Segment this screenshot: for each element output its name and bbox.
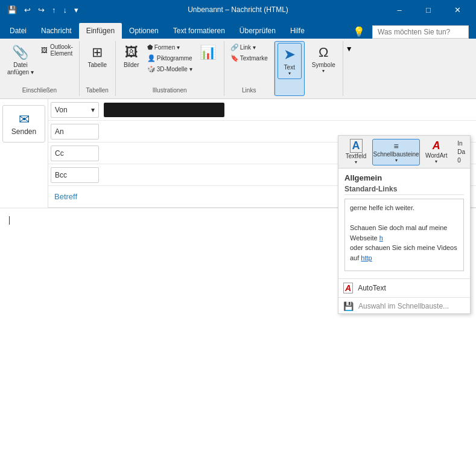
ribbon-group-einschliessen: 📎 Dateianfügen ▾ 🖼 Outlook-Element Einsc… [0,41,80,96]
move-down-btn[interactable]: ↓ [61,4,70,16]
ribbon-search-input[interactable] [372,25,469,39]
window-controls: – □ ✕ [386,0,471,19]
from-row: Von ▾ [48,99,476,121]
outlook-icon: 🖼 [41,46,48,54]
send-icon: ✉ [19,112,30,127]
wordart-btn[interactable]: A WordArt ▾ [421,138,451,166]
textmarke-btn[interactable]: 🔖 Textmarke [228,53,270,63]
autotext-item[interactable]: A AutoText [338,280,470,296]
shapes-icon: ⬟ [147,43,153,51]
ribbon-search-area [367,25,474,39]
autotext-icon: A [343,283,353,293]
customize-qa-btn[interactable]: ▾ [72,4,81,16]
move-up-btn[interactable]: ↑ [49,4,59,16]
schnellbausteine-btn[interactable]: ≡ Schnellbausteine ▾ [372,139,420,165]
textfeld-a-icon: A [350,139,363,153]
zero-btn[interactable]: 0 [455,156,468,164]
tabelle-btn[interactable]: ⊞ Tabelle [84,42,110,71]
from-btn[interactable]: Von ▾ [51,102,99,118]
schnellbausteine-icon: ≡ [394,141,399,151]
to-btn[interactable]: An [51,124,99,139]
undo-btn[interactable]: ↩ [22,4,33,16]
piktogramme-btn[interactable]: 👤 Piktogramme [145,53,195,63]
send-panel: ✉ Senden [0,99,48,208]
title-bar-left: 💾 ↩ ↪ ↑ ↓ ▾ [5,4,81,16]
send-button[interactable]: ✉ Senden [2,105,45,143]
auswahl-label: Auswahl im Schnellbauste... [358,302,449,310]
from-value [104,103,224,117]
omega-icon: Ω [319,45,328,60]
window-title: Unbenannt – Nachricht (HTML) [188,5,288,14]
save-dropdown-icon: 💾 [343,301,354,311]
bookmark-icon: 🔖 [230,54,239,62]
links-label: Links [242,86,256,95]
3d-icon: 🎲 [147,65,156,73]
close-btn[interactable]: ✕ [443,0,471,19]
ribbon-group-links: 🔗 Link ▾ 🔖 Textmarke Links [224,41,274,96]
ribbon-group-tabellen: ⊞ Tabelle Tabellen [80,41,116,96]
title-bar: 💾 ↩ ↪ ↑ ↓ ▾ Unbenannt – Nachricht (HTML)… [0,0,476,19]
symbole-btn[interactable]: Ω Symbole ▾ [308,42,339,76]
datei-anfuegen-btn[interactable]: 📎 Dateianfügen ▾ [4,42,37,78]
from-chevron-icon: ▾ [91,106,95,114]
ribbon-group-symbole: Ω Symbole ▾ [305,41,343,96]
schnellbausteine-dropdown: A Textfeld ▾ ≡ Schnellbausteine ▾ A Word… [338,135,471,314]
text-label: Text [284,64,295,71]
einschliessen-label: Einschließen [22,86,57,95]
text-cursor-icon: ➤ [284,46,296,63]
text-btn[interactable]: ➤ Text ▾ [278,43,302,79]
ribbon-group-text: ➤ Text ▾ [274,41,305,96]
tab-nachricht[interactable]: Nachricht [34,23,79,39]
ribbon-tab-bar: Datei Nachricht Einfügen Optionen Text f… [0,19,476,39]
3d-modelle-btn[interactable]: 🎲 3D-Modelle ▾ [145,64,195,74]
link-icon: 🔗 [230,43,239,51]
pictograms-icon: 👤 [147,54,156,62]
tab-datei[interactable]: Datei [2,23,34,39]
maximize-btn[interactable]: □ [414,0,442,19]
cc-btn[interactable]: Cc [51,146,99,161]
outlook-element-btn[interactable]: 🖼 Outlook-Element [39,42,75,58]
save-quick-btn[interactable]: 💾 [5,4,19,16]
bcc-btn[interactable]: Bcc [51,167,99,183]
bilder-btn[interactable]: 🖼 Bilder [119,42,144,71]
lightbulb-icon[interactable]: 💡 [351,25,367,39]
tabellen-label: Tabellen [86,86,109,95]
illustrationen-label: Illustrationen [153,86,187,95]
dropdown-standard-links-title: Standard-Links [344,185,464,195]
textfeld-btn[interactable]: A Textfeld ▾ [341,137,371,167]
ribbon-scroll-down[interactable]: ▼ [344,43,354,54]
attachment-icon: 📎 [12,45,28,60]
wordart-icon: A [433,139,440,152]
autotext-label: AutoText [358,284,386,292]
chart-btn[interactable]: 📊 [196,42,220,64]
formen-btn[interactable]: ⬟ Formen ▾ [145,42,195,53]
quick-access-toolbar: 💾 ↩ ↪ ↑ ↓ ▾ [5,4,81,16]
chart-icon: 📊 [200,45,216,60]
ribbon: 📎 Dateianfügen ▾ 🖼 Outlook-Element Einsc… [0,39,476,99]
dropdown-content-preview[interactable]: gerne helfe ich weiter. Schauen Sie doch… [344,199,464,271]
link-btn[interactable]: 🔗 Link ▾ [228,42,270,53]
images-icon: 🖼 [125,45,138,60]
tab-optionen[interactable]: Optionen [122,23,166,39]
da-btn[interactable]: Da [455,148,468,156]
dropdown-allgemein-section: Allgemein Standard-Links gerne helfe ich… [338,168,470,277]
dropdown-divider-1 [338,278,470,279]
dropdown-allgemein-title: Allgemein [344,173,464,182]
tab-einfuegen[interactable]: Einfügen [79,23,122,39]
subject-label: Betreff [48,192,97,201]
cursor [9,216,10,225]
minimize-btn[interactable]: – [386,0,413,19]
auswahl-item[interactable]: 💾 Auswahl im Schnellbauste... [338,299,470,313]
redo-btn[interactable]: ↪ [36,4,47,16]
tab-textformatieren[interactable]: Text formatieren [166,23,232,39]
dropdown-divider-2 [338,297,470,298]
table-icon: ⊞ [92,45,103,60]
tab-ueberpruefen[interactable]: Überprüfen [232,23,283,39]
in-btn[interactable]: In [455,139,468,147]
tab-hilfe[interactable]: Hilfe [283,23,312,39]
ribbon-group-illustrationen: 🖼 Bilder ⬟ Formen ▾ 👤 Piktogramme 🎲 3D-M… [116,41,224,96]
